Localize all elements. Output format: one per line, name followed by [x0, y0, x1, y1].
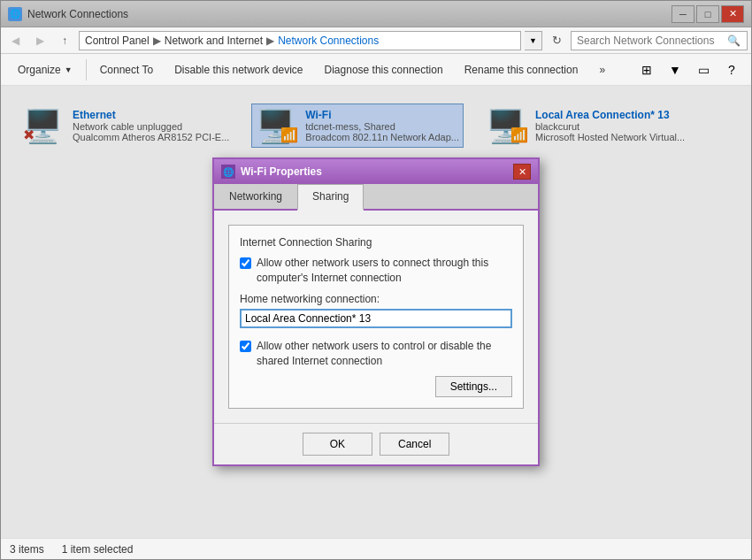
title-bar-controls: ─ □ ✕: [671, 5, 744, 23]
window-icon: 🌐: [8, 7, 22, 21]
wifi-properties-dialog: 🌐 Wi-Fi Properties ✕ Networking Sharing: [212, 157, 540, 465]
allow-control-checkbox[interactable]: [240, 341, 251, 352]
selected-count: 1 item selected: [62, 543, 134, 556]
views2-icon: ▼: [669, 63, 681, 77]
up-button[interactable]: ↑: [54, 31, 75, 50]
ics-section: Internet Connection Sharing Allow other …: [228, 225, 524, 408]
close-button[interactable]: ✕: [721, 5, 744, 23]
address-dropdown[interactable]: ▼: [525, 31, 542, 50]
dialog-title-bar: 🌐 Wi-Fi Properties ✕: [214, 159, 538, 184]
help-button[interactable]: ?: [719, 58, 744, 82]
preview-button[interactable]: ▭: [691, 58, 716, 82]
dialog-footer: OK Cancel: [214, 423, 538, 464]
organize-arrow: ▼: [65, 65, 73, 74]
tab-networking[interactable]: Networking: [214, 184, 297, 209]
path-network-internet: Network and Internet: [165, 35, 263, 47]
dialog-tabs: Networking Sharing: [214, 184, 538, 211]
path-network-connections: Network Connections: [278, 35, 379, 47]
minimize-button[interactable]: ─: [671, 5, 694, 23]
path-sep1: ▶: [153, 35, 161, 47]
settings-button[interactable]: Settings...: [435, 376, 512, 397]
toolbar-sep1: [86, 59, 87, 81]
more-label: »: [599, 64, 605, 76]
checkbox1-row: Allow other network users to connect thr…: [240, 256, 512, 286]
path-sep2: ▶: [266, 35, 274, 47]
search-box: 🔍: [571, 31, 748, 50]
diagnose-label: Diagnose this connection: [325, 64, 443, 76]
window-title: Network Connections: [27, 8, 128, 20]
search-icon: 🔍: [727, 35, 740, 47]
settings-btn-row: Settings...: [240, 376, 512, 397]
home-network-input[interactable]: [240, 309, 512, 328]
disable-device-button[interactable]: Disable this network device: [165, 58, 312, 82]
disable-device-label: Disable this network device: [174, 64, 303, 76]
tab-sharing[interactable]: Sharing: [297, 184, 364, 211]
views-icon: ⊞: [641, 63, 652, 77]
main-window: 🌐 Network Connections ─ □ ✕ ◀ ▶ ↑ Contro…: [0, 0, 752, 560]
connect-to-label: Connect To: [100, 64, 154, 76]
views-button[interactable]: ⊞: [634, 58, 659, 82]
diagnose-button[interactable]: Diagnose this connection: [315, 58, 453, 82]
dialog-title-icon: 🌐: [221, 165, 235, 179]
dialog-content: Internet Connection Sharing Allow other …: [214, 211, 538, 422]
section-title: Internet Connection Sharing: [240, 236, 512, 249]
checkbox2-row: Allow other network users to control or …: [240, 339, 512, 369]
status-bar: 3 items 1 item selected: [1, 538, 751, 559]
allow-connect-label: Allow other network users to connect thr…: [257, 256, 512, 286]
connect-to-button[interactable]: Connect To: [90, 58, 164, 82]
allow-connect-checkbox[interactable]: [240, 257, 251, 269]
tab-networking-label: Networking: [229, 190, 282, 203]
dialog-close-button[interactable]: ✕: [513, 164, 531, 180]
rename-label: Rename this connection: [464, 64, 579, 76]
forward-button[interactable]: ▶: [29, 31, 50, 50]
tab-sharing-label: Sharing: [312, 190, 349, 203]
title-bar-left: 🌐 Network Connections: [8, 7, 128, 21]
back-button[interactable]: ◀: [4, 31, 26, 50]
cancel-button[interactable]: Cancel: [380, 433, 449, 456]
address-bar: ◀ ▶ ↑ Control Panel ▶ Network and Intern…: [1, 27, 751, 54]
more-button[interactable]: »: [589, 58, 615, 82]
dialog-overlay: 🌐 Wi-Fi Properties ✕ Networking Sharing: [1, 86, 751, 538]
help-icon: ?: [728, 63, 735, 77]
allow-control-label: Allow other network users to control or …: [257, 339, 512, 369]
organize-label: Organize: [18, 64, 61, 76]
home-network-label: Home networking connection:: [240, 293, 512, 305]
maximize-button[interactable]: □: [696, 5, 719, 23]
search-input[interactable]: [577, 35, 727, 47]
rename-button[interactable]: Rename this connection: [455, 58, 588, 82]
dialog-title: Wi-Fi Properties: [241, 165, 322, 178]
refresh-button[interactable]: ↻: [546, 31, 567, 50]
items-count: 3 items: [10, 543, 44, 556]
content-area: 🖥️ ✖ Ethernet Network cable unplugged Qu…: [1, 86, 751, 538]
address-path: Control Panel ▶ Network and Internet ▶ N…: [79, 31, 521, 50]
home-network-field-row: Home networking connection:: [240, 293, 512, 328]
title-bar: 🌐 Network Connections ─ □ ✕: [1, 1, 751, 27]
preview-icon: ▭: [698, 63, 710, 77]
ok-button[interactable]: OK: [303, 433, 372, 456]
organize-button[interactable]: Organize ▼: [8, 58, 82, 82]
views2-button[interactable]: ▼: [663, 58, 687, 82]
toolbar-right: ⊞ ▼ ▭ ?: [634, 58, 744, 82]
toolbar: Organize ▼ Connect To Disable this netwo…: [1, 54, 751, 86]
dialog-title-left: 🌐 Wi-Fi Properties: [221, 165, 322, 179]
path-control-panel: Control Panel: [85, 35, 150, 47]
